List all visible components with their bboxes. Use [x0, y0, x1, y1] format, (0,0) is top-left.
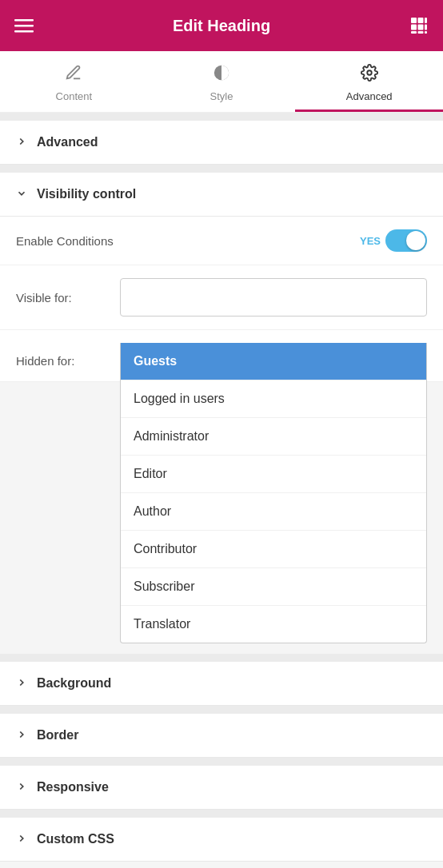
dropdown-option-administrator[interactable]: Administrator	[121, 418, 426, 456]
enable-conditions-toggle[interactable]	[385, 229, 427, 252]
advanced-section-label: Advanced	[37, 135, 98, 149]
visibility-section: Visibility control Enable Conditions YES…	[0, 173, 443, 382]
responsive-chevron-icon	[16, 781, 27, 794]
hamburger-icon[interactable]	[14, 16, 34, 35]
divider-background	[0, 654, 443, 662]
visibility-section-label: Visibility control	[37, 187, 136, 201]
tab-advanced-label: Advanced	[346, 90, 393, 102]
svg-rect-10	[417, 31, 423, 34]
hidden-for-dropdown: Guests Logged in users Administrator Edi…	[120, 343, 427, 643]
hidden-for-row: Hidden for: Guests Logged in users Admin…	[0, 330, 443, 382]
custom-css-chevron-icon	[16, 833, 27, 846]
svg-rect-5	[425, 18, 427, 23]
divider-top	[0, 113, 443, 121]
advanced-section-row[interactable]: Advanced	[0, 121, 443, 165]
svg-rect-7	[417, 25, 423, 30]
toggle-yes-label: YES	[360, 235, 381, 247]
svg-rect-1	[14, 25, 34, 27]
custom-css-section-label: Custom CSS	[37, 832, 114, 846]
grid-icon[interactable]	[409, 16, 429, 35]
divider-custom-css	[0, 810, 443, 818]
dropdown-option-editor[interactable]: Editor	[121, 456, 426, 493]
tab-style[interactable]: Style	[148, 51, 296, 112]
svg-rect-4	[417, 18, 423, 23]
svg-rect-11	[425, 31, 427, 34]
dropdown-option-logged-in[interactable]: Logged in users	[121, 380, 426, 418]
divider-responsive	[0, 758, 443, 766]
divider-2	[0, 165, 443, 173]
visible-for-control	[120, 278, 427, 317]
visible-for-row: Visible for:	[0, 265, 443, 330]
dropdown-option-guests[interactable]: Guests	[121, 343, 426, 380]
tab-active-indicator	[295, 109, 443, 112]
tab-style-label: Style	[210, 90, 233, 102]
background-chevron-icon	[16, 677, 27, 691]
toggle-knob	[406, 231, 425, 250]
dropdown-option-author[interactable]: Author	[121, 493, 426, 531]
svg-rect-2	[14, 30, 34, 33]
responsive-section-label: Responsive	[37, 780, 109, 794]
svg-rect-3	[411, 18, 417, 23]
svg-rect-9	[411, 31, 417, 34]
background-section-label: Background	[37, 676, 111, 691]
dropdown-option-contributor[interactable]: Contributor	[121, 531, 426, 568]
tab-content[interactable]: Content	[0, 51, 148, 112]
custom-css-section-row[interactable]: Custom CSS	[0, 818, 443, 862]
border-chevron-icon	[16, 729, 27, 743]
dropdown-option-subscriber[interactable]: Subscriber	[121, 568, 426, 606]
half-circle-icon	[213, 64, 230, 86]
svg-rect-6	[411, 25, 417, 30]
tab-content-label: Content	[56, 90, 93, 102]
divider-border	[0, 706, 443, 714]
page-title: Edit Heading	[173, 17, 270, 35]
border-section-row[interactable]: Border	[0, 714, 443, 758]
enable-conditions-label: Enable Conditions	[16, 234, 120, 248]
responsive-section-row[interactable]: Responsive	[0, 766, 443, 810]
tab-bar: Content Style Advanced	[0, 51, 443, 113]
visibility-header[interactable]: Visibility control	[0, 173, 443, 217]
border-section-label: Border	[37, 728, 78, 743]
svg-point-13	[367, 70, 372, 75]
pencil-icon	[65, 64, 82, 86]
tab-advanced[interactable]: Advanced	[295, 51, 443, 112]
enable-conditions-toggle-container: YES	[360, 229, 427, 252]
enable-conditions-row: Enable Conditions YES	[0, 217, 443, 265]
background-section-row[interactable]: Background	[0, 662, 443, 706]
dropdown-option-translator[interactable]: Translator	[121, 606, 426, 643]
app-header: Edit Heading	[0, 0, 443, 51]
visible-for-label: Visible for:	[16, 291, 120, 305]
hidden-for-control: Guests Logged in users Administrator Edi…	[120, 343, 427, 381]
hidden-for-label: Hidden for:	[16, 343, 120, 368]
gear-icon	[361, 64, 378, 86]
chevron-right-icon	[16, 136, 27, 149]
svg-rect-0	[14, 19, 34, 22]
svg-rect-8	[425, 25, 427, 30]
visible-for-input[interactable]	[120, 278, 427, 317]
chevron-down-icon	[16, 188, 27, 201]
